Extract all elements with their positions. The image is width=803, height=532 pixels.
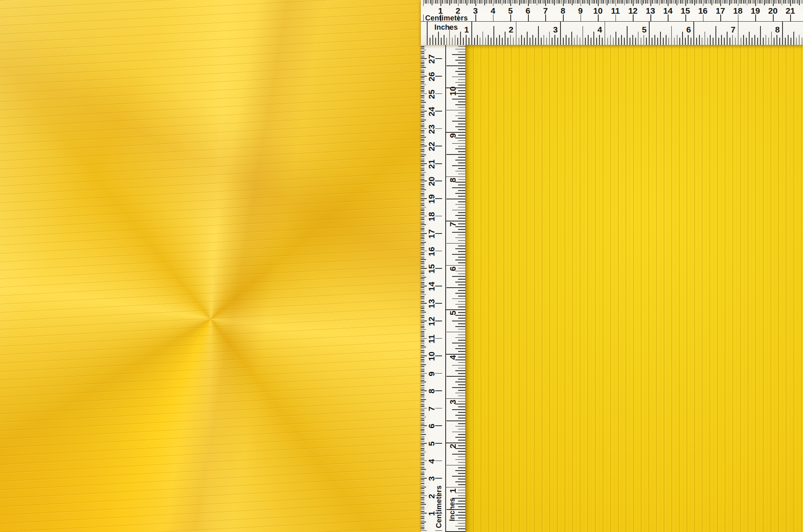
ruler-tick bbox=[421, 139, 424, 140]
ruler-tick bbox=[421, 303, 427, 304]
ruler-tick bbox=[563, 0, 564, 6]
ruler-tick bbox=[500, 0, 501, 4]
ruler-tick bbox=[458, 235, 465, 236]
ruler-tick bbox=[458, 14, 459, 21]
ruler-tick bbox=[452, 476, 465, 477]
ruler-tick bbox=[458, 312, 465, 313]
ruler-tick bbox=[458, 484, 465, 485]
horizontal-cm-number: 20 bbox=[768, 6, 777, 15]
ruler-tick bbox=[421, 338, 427, 339]
ruler-tick bbox=[421, 142, 424, 143]
ruler-tick bbox=[452, 77, 465, 77]
horizontal-cm-number: 3 bbox=[473, 6, 478, 15]
ruler-tick bbox=[495, 0, 495, 4]
ruler-tick bbox=[421, 493, 424, 494]
ruler-tick bbox=[457, 38, 458, 45]
ruler-tick bbox=[782, 0, 783, 5]
ruler-tick bbox=[610, 0, 611, 4]
ruler-tick bbox=[458, 274, 465, 274]
ruler-tick bbox=[452, 387, 465, 388]
ruler-tick bbox=[421, 224, 426, 225]
ruler-tick bbox=[458, 107, 465, 108]
ruler-tick bbox=[779, 38, 780, 45]
vertical-cm-number: 22 bbox=[427, 142, 436, 151]
vertical-ruler-divider bbox=[445, 42, 446, 532]
ruler-tick bbox=[421, 258, 424, 258]
ruler-tick bbox=[421, 310, 424, 311]
ruler-tick bbox=[622, 0, 623, 4]
ruler-tick bbox=[421, 354, 424, 355]
vertical-cm-number: 5 bbox=[427, 441, 436, 446]
ruler-tick bbox=[421, 128, 427, 129]
ruler-tick bbox=[458, 196, 465, 197]
ruler-tick bbox=[421, 169, 424, 169]
ruler-tick bbox=[615, 32, 616, 45]
ruler-tick bbox=[421, 198, 427, 199]
ruler-tick bbox=[662, 0, 663, 4]
ruler-tick bbox=[763, 38, 764, 45]
ruler-tick bbox=[458, 146, 465, 147]
ruler-tick bbox=[435, 181, 442, 181]
ruler-tick bbox=[461, 0, 462, 4]
ruler-tick bbox=[750, 0, 751, 4]
ruler-tick bbox=[421, 430, 424, 431]
ruler-tick bbox=[733, 0, 734, 4]
ruler-tick bbox=[563, 14, 564, 21]
ruler-tick bbox=[707, 38, 708, 45]
ruler-tick bbox=[613, 0, 614, 4]
ruler-tick bbox=[635, 38, 636, 45]
horizontal-centimeters-label: Centimeters bbox=[425, 14, 468, 22]
ruler-tick bbox=[649, 0, 650, 4]
ruler-tick bbox=[446, 287, 465, 288]
ruler-tick bbox=[455, 160, 465, 160]
ruler-tick bbox=[524, 0, 525, 4]
ruler-tick bbox=[421, 403, 424, 404]
ruler-tick bbox=[421, 282, 424, 283]
ruler-tick bbox=[421, 238, 424, 239]
ruler-tick bbox=[421, 511, 424, 512]
vertical-cm-number: 8 bbox=[427, 389, 436, 394]
ruler-tick bbox=[421, 467, 424, 468]
ruler-tick bbox=[458, 479, 465, 479]
ruler-tick bbox=[467, 0, 467, 5]
ruler-tick bbox=[421, 424, 424, 424]
ruler-tick bbox=[617, 0, 618, 4]
ruler-tick bbox=[458, 340, 465, 341]
vertical-cm-number: 3 bbox=[427, 476, 436, 481]
ruler-tick bbox=[610, 35, 611, 45]
ruler-tick bbox=[425, 0, 426, 4]
ruler-tick bbox=[421, 223, 424, 223]
ruler-tick bbox=[421, 249, 424, 250]
ruler-tick bbox=[421, 259, 426, 260]
horizontal-cm-number: 13 bbox=[646, 6, 655, 15]
ruler-tick bbox=[435, 251, 442, 252]
ruler-tick bbox=[715, 26, 716, 45]
ruler-tick bbox=[513, 38, 514, 45]
ruler-tick bbox=[619, 0, 620, 4]
ruler-tick bbox=[421, 60, 424, 61]
ruler-tick bbox=[421, 277, 426, 278]
ruler-tick bbox=[722, 0, 723, 4]
horizontal-cm-number: 9 bbox=[578, 6, 583, 15]
ruler-tick bbox=[699, 0, 700, 4]
ruler-tick bbox=[724, 0, 725, 4]
ruler-tick bbox=[421, 125, 424, 126]
vertical-cm-number: 13 bbox=[427, 299, 436, 309]
ruler-tick bbox=[471, 22, 472, 45]
ruler-tick bbox=[438, 32, 439, 45]
ruler-tick bbox=[483, 32, 483, 45]
ruler-tick bbox=[421, 469, 426, 470]
ruler-tick bbox=[458, 118, 465, 119]
ruler-tick bbox=[510, 14, 511, 21]
ruler-tick bbox=[421, 331, 424, 332]
horizontal-ruler-divider bbox=[421, 21, 803, 22]
ruler-tick bbox=[421, 156, 424, 157]
ruler-tick bbox=[475, 0, 476, 6]
ruler-tick bbox=[421, 508, 424, 508]
ruler-tick bbox=[421, 278, 424, 279]
ruler-tick bbox=[728, 0, 728, 4]
vertical-centimeters-label: Centimeters bbox=[435, 485, 442, 528]
ruler-tick bbox=[458, 85, 465, 85]
ruler-tick bbox=[630, 0, 630, 4]
ruler-tick bbox=[458, 240, 465, 241]
